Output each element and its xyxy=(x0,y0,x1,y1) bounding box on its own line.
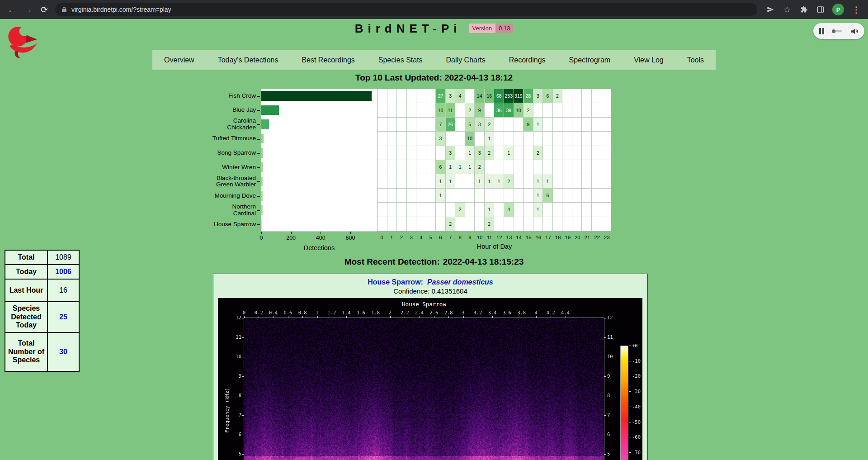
nav-item-daily-charts[interactable]: Daily Charts xyxy=(443,56,488,64)
heatmap-cell: 1 xyxy=(436,189,446,203)
heatmap-cell: 1 xyxy=(475,174,485,188)
spectrogram-time-tickmark xyxy=(536,316,537,318)
heatmap-cell xyxy=(572,118,582,132)
heatmap-cell xyxy=(582,103,592,117)
spectrogram-freq-tick-left: 11 xyxy=(228,334,241,340)
hour-axis-tick: 11 xyxy=(485,235,495,240)
menu-dots-icon[interactable]: ⋮ xyxy=(851,5,862,14)
species-axis-tick xyxy=(257,167,260,168)
profile-avatar[interactable]: P xyxy=(832,4,844,15)
hour-axis-tick: 1 xyxy=(387,235,396,240)
nav-item-overview[interactable]: Overview xyxy=(161,56,197,64)
species-label: Tufted Titmouse xyxy=(209,132,256,146)
hour-axis-tick: 17 xyxy=(543,235,553,240)
nav-item-view-log[interactable]: View Log xyxy=(631,56,666,64)
species-scientific-link[interactable]: Passer domesticus xyxy=(427,278,493,286)
heatmap-cell xyxy=(524,160,533,174)
spectrogram-time-tickmark xyxy=(288,316,288,318)
stat-value: 16 xyxy=(47,279,79,302)
heatmap-cell: 3 xyxy=(446,89,456,103)
address-bar[interactable]: virginia.birdnetpi.com/?stream=play xyxy=(55,3,757,16)
heatmap-cell: 7 xyxy=(436,118,446,132)
heatmap-cell xyxy=(582,174,592,188)
seek-handle[interactable] xyxy=(832,29,835,33)
heatmap-cell xyxy=(582,146,592,160)
nav-item-recordings[interactable]: Recordings xyxy=(506,56,548,64)
recent-detection-value: 2022-04-13 18:15:23 xyxy=(443,257,524,266)
heatmap-cell xyxy=(436,217,446,231)
spectrogram-freq-tick-right: 8 xyxy=(607,393,621,398)
heatmap-cell: 16 xyxy=(485,89,495,103)
bookmark-star-icon[interactable]: ☆ xyxy=(782,5,792,14)
spectrogram-time-tick: 2.8 xyxy=(441,310,456,315)
heatmap-cell xyxy=(377,217,387,231)
heatmap-cell xyxy=(562,174,572,188)
heatmap-cell xyxy=(592,217,602,231)
stat-value-link[interactable]: 25 xyxy=(47,302,79,332)
share-icon[interactable] xyxy=(765,5,775,14)
heatmap-cell xyxy=(524,174,533,188)
nav-item-species-stats[interactable]: Species Stats xyxy=(376,56,425,64)
species-common-link[interactable]: House Sparrow: xyxy=(368,278,423,286)
spectrogram-freq-tickmark xyxy=(242,376,244,377)
heatmap-cell xyxy=(514,160,524,174)
volume-icon[interactable] xyxy=(850,27,859,35)
hour-axis-tick: 22 xyxy=(592,235,602,240)
heatmap-cell xyxy=(592,89,602,103)
reload-icon[interactable]: ⟳ xyxy=(39,5,50,14)
heatmap-cell xyxy=(553,189,563,203)
heatmap-cell xyxy=(572,146,582,160)
heatmap-cell: 10 xyxy=(514,103,524,117)
heatmap-cell xyxy=(582,132,592,146)
nav-item-best-recordings[interactable]: Best Recordings xyxy=(299,56,357,64)
heatmap-cell xyxy=(524,132,533,146)
spectrogram-time-tick: 1 xyxy=(310,310,325,315)
forward-icon[interactable]: → xyxy=(23,5,33,14)
heatmap-cell: 2 xyxy=(485,217,495,231)
stat-label: Total Number of Species xyxy=(5,332,47,371)
heatmap-cell xyxy=(387,189,397,203)
seek-slider[interactable] xyxy=(832,30,842,32)
heatmap-cell xyxy=(533,132,543,146)
url-text: virginia.birdnetpi.com/?stream=play xyxy=(71,6,171,13)
extensions-icon[interactable] xyxy=(799,5,809,14)
nav-item-spectrogram[interactable]: Spectrogram xyxy=(566,56,613,64)
heatmap-cell xyxy=(494,118,504,132)
spectrogram-time-tick: 1.8 xyxy=(368,310,383,315)
spectrogram-freq-tickmark xyxy=(604,337,606,338)
colorbar-tick: -40 xyxy=(632,404,647,409)
heatmap-cell xyxy=(407,146,417,160)
toolbar-right-icons: ☆ P ⋮ xyxy=(763,4,862,15)
heatmap-cell xyxy=(553,174,563,188)
heatmap-cell xyxy=(553,118,563,132)
colorbar-tick: -60 xyxy=(632,434,647,440)
spectrogram-freq-tickmark xyxy=(242,454,244,455)
heatmap-cell: 3 xyxy=(475,146,485,160)
heatmap-cell xyxy=(514,217,524,231)
heatmap-cell xyxy=(455,174,465,188)
back-icon[interactable]: ← xyxy=(6,5,17,14)
heatmap-cell xyxy=(524,189,533,203)
heatmap-cell xyxy=(407,103,417,117)
screen: ← → ⟳ virginia.birdnetpi.com/?stream=pla… xyxy=(0,0,868,460)
heatmap-cell xyxy=(601,103,611,117)
nav-item-today-s-detections[interactable]: Today's Detections xyxy=(215,56,281,64)
heatmap-cell xyxy=(592,160,602,174)
heatmap-cell xyxy=(426,103,436,117)
heatmap-cell xyxy=(592,146,602,160)
heatmap-cell xyxy=(562,146,572,160)
heatmap-cell xyxy=(533,217,543,231)
heatmap-cell xyxy=(446,189,456,203)
heatmap-cell: 5 xyxy=(465,118,475,132)
spectrogram-freq-tick-left: 12 xyxy=(228,315,241,320)
heatmap-cell xyxy=(397,89,407,103)
spectrogram-freq-tick-right: 6 xyxy=(607,432,621,437)
pause-button[interactable] xyxy=(819,28,824,34)
bar-axis-tick: 0 xyxy=(252,235,270,241)
bar-plot-area xyxy=(261,89,377,232)
heatmap-cell: 1 xyxy=(446,160,456,174)
side-panel-icon[interactable] xyxy=(816,5,826,14)
stat-value-link[interactable]: 30 xyxy=(47,332,79,371)
species-label: Carolina Chickadee xyxy=(209,117,256,132)
nav-item-tools[interactable]: Tools xyxy=(684,56,707,64)
